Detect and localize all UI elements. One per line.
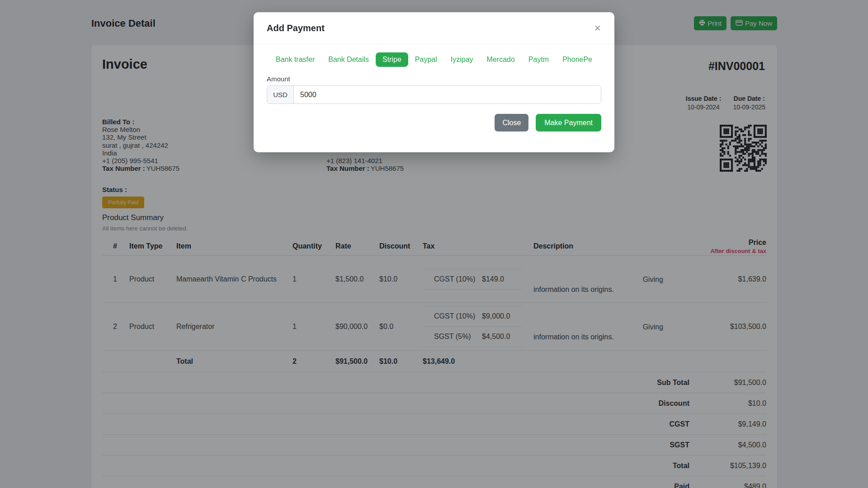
amount-label: Amount xyxy=(267,75,601,83)
tab-stripe[interactable]: Stripe xyxy=(376,52,408,67)
tab-paypal[interactable]: Paypal xyxy=(408,52,444,67)
payment-method-tabs: Bank trasfer Bank Details Stripe Paypal … xyxy=(254,52,614,67)
tab-iyzipay[interactable]: Iyzipay xyxy=(444,52,480,67)
modal-close-button[interactable]: Close xyxy=(495,114,528,131)
tab-phonepe[interactable]: PhonePe xyxy=(556,52,599,67)
tab-mercado[interactable]: Mercado xyxy=(480,52,522,67)
close-icon[interactable]: ✕ xyxy=(594,24,601,33)
modal-title: Add Payment xyxy=(267,23,325,33)
tab-bank-details[interactable]: Bank Details xyxy=(321,52,376,67)
make-payment-button[interactable]: Make Payment xyxy=(536,114,601,131)
add-payment-modal: Add Payment ✕ Bank trasfer Bank Details … xyxy=(254,12,614,152)
amount-input[interactable] xyxy=(294,86,601,103)
amount-input-group: USD xyxy=(267,85,601,104)
tab-bank-transfer[interactable]: Bank trasfer xyxy=(269,52,321,67)
tab-paytm[interactable]: Paytm xyxy=(522,52,556,67)
currency-prefix: USD xyxy=(267,86,294,103)
